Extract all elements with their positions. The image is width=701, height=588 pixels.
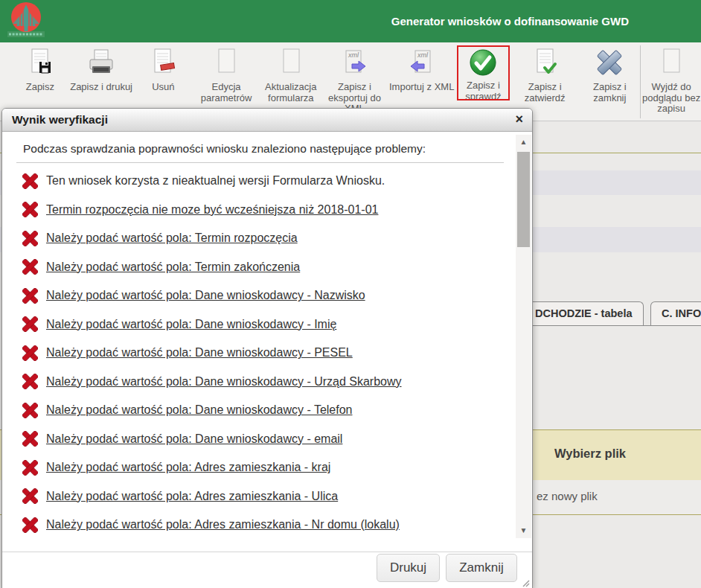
error-x-icon bbox=[22, 431, 38, 447]
error-item: Należy podać wartość pola: Termin rozpoc… bbox=[2, 224, 532, 253]
error-x-icon bbox=[22, 288, 38, 304]
document-icon bbox=[274, 47, 308, 81]
error-item: Należy podać wartość pola: Dane wnioskod… bbox=[2, 310, 532, 339]
delete-icon bbox=[146, 47, 180, 81]
toolbar-button-label: Usuń bbox=[152, 82, 174, 93]
error-text: Ten wniosek korzysta z nieaktualnej wers… bbox=[46, 174, 385, 188]
toolbar-button-label: Zapisz i zamknij bbox=[580, 82, 640, 103]
toolbar-button-label: Aktualizacja formularza bbox=[259, 82, 323, 103]
error-link[interactable]: Należy podać wartość pola: Dane wnioskod… bbox=[46, 346, 353, 359]
print-icon bbox=[84, 47, 118, 81]
dialog-separator bbox=[16, 162, 504, 163]
error-item: Należy podać wartość pola: Adres zamiesz… bbox=[2, 511, 532, 540]
error-link[interactable]: Należy podać wartość pola: Dane wnioskod… bbox=[46, 318, 336, 331]
error-list: Ten wniosek korzysta z nieaktualnej wers… bbox=[2, 167, 532, 540]
error-x-icon bbox=[22, 231, 38, 246]
toolbar-button-label: Zapisz i sprawdź bbox=[459, 80, 508, 100]
error-x-icon bbox=[22, 488, 38, 504]
error-x-icon bbox=[22, 316, 38, 332]
dialog-scrollbar[interactable]: ▲ ▼ bbox=[516, 135, 531, 538]
error-item: Należy podać wartość pola: Dane wnioskod… bbox=[2, 339, 532, 368]
toolbar-button-label: Zapisz bbox=[26, 82, 54, 93]
app-header: Generator wniosków o dofinansowanie GWD bbox=[0, 0, 701, 42]
error-link[interactable]: Należy podać wartość pola: Dane wnioskod… bbox=[46, 289, 365, 302]
error-item: Termin rozpoczęcia nie moze być wcześnie… bbox=[2, 196, 532, 225]
nfosigw-logo bbox=[6, 1, 46, 39]
dialog-body: Podczas sprawdzania poprawności wniosku … bbox=[2, 132, 532, 540]
toolbar-button-zapisz-i-zamknij[interactable]: Zapisz i zamknij bbox=[580, 45, 640, 103]
toolbar-button-label: Zapisz i zatwierdź bbox=[510, 82, 580, 103]
error-x-icon bbox=[22, 173, 38, 189]
error-item: Ten wniosek korzysta z nieaktualnej wers… bbox=[2, 167, 532, 196]
error-link[interactable]: Należy podać wartość pola: Termin zakońc… bbox=[46, 261, 300, 274]
scroll-up-icon[interactable]: ▲ bbox=[516, 135, 531, 150]
xml-export-icon: xml bbox=[337, 47, 371, 81]
file-row-label: ez nowy plik bbox=[537, 490, 598, 502]
save-icon bbox=[23, 47, 57, 81]
error-link[interactable]: Należy podać wartość pola: Dane wnioskod… bbox=[46, 432, 342, 446]
verification-dialog: Wynik weryfikacji × Podczas sprawdzania … bbox=[1, 108, 533, 588]
toolbar-button-zapisz-eksportuj-xml[interactable]: xml Zapisz i eksportuj do XML bbox=[323, 45, 387, 115]
toolbar-button-wyjdz-do-podgladu[interactable]: Wyjdź do podglądu bez zapisu bbox=[641, 45, 701, 115]
close-button[interactable]: Zamknij bbox=[446, 554, 517, 582]
check-circle-icon bbox=[466, 47, 500, 80]
app-title: Generator wniosków o dofinansowanie GWD bbox=[391, 15, 629, 28]
toolbar-button-zapisz-i-drukuj[interactable]: Zapisz i drukuj bbox=[70, 45, 133, 93]
error-x-icon bbox=[22, 259, 38, 275]
error-item: Należy podać wartość pola: Termin zakońc… bbox=[2, 253, 532, 282]
toolbar-button-edycja-parametrow[interactable]: Edycja parametrów bbox=[193, 45, 259, 103]
toolbar-button-zapisz[interactable]: Zapisz bbox=[10, 45, 70, 93]
document-icon bbox=[209, 47, 243, 81]
close-x-icon bbox=[592, 47, 627, 81]
error-item: Należy podać wartość pola: Dane wnioskod… bbox=[2, 368, 532, 397]
close-icon[interactable]: × bbox=[512, 109, 526, 130]
toolbar-button-zapisz-i-sprawdz[interactable]: Zapisz i sprawdź bbox=[457, 45, 510, 100]
error-item: Należy podać wartość pola: Adres zamiesz… bbox=[2, 482, 532, 511]
svg-text:xml: xml bbox=[417, 51, 429, 59]
toolbar-button-zapisz-i-zatwierdz[interactable]: Zapisz i zatwierdź bbox=[510, 45, 580, 103]
svg-text:xml: xml bbox=[348, 51, 359, 59]
xml-import-icon: xml bbox=[405, 47, 439, 81]
toolbar-button-label: Importuj z XML bbox=[389, 82, 454, 93]
toolbar-button-importuj-xml[interactable]: xml Importuj z XML bbox=[386, 45, 457, 93]
error-link[interactable]: Należy podać wartość pola: Adres zamiesz… bbox=[46, 461, 330, 474]
error-x-icon bbox=[22, 517, 38, 533]
error-link[interactable]: Należy podać wartość pola: Dane wnioskod… bbox=[46, 375, 402, 389]
error-x-icon bbox=[22, 374, 38, 389]
app-window: DCHODZIE - tabela C. INFOR Wybierz plik … bbox=[0, 0, 701, 588]
toolbar-button-aktualizacja-formularza[interactable]: Aktualizacja formularza bbox=[259, 45, 323, 103]
error-link[interactable]: Należy podać wartość pola: Termin rozpoc… bbox=[46, 231, 298, 245]
error-item: Należy podać wartość pola: Adres zamiesz… bbox=[2, 453, 532, 482]
dialog-intro-text: Podczas sprawdzania poprawności wniosku … bbox=[23, 142, 532, 156]
approve-icon bbox=[528, 47, 562, 81]
error-x-icon bbox=[22, 202, 38, 217]
scrollbar-thumb[interactable] bbox=[517, 152, 530, 247]
error-item: Należy podać wartość pola: Dane wnioskod… bbox=[2, 281, 532, 310]
toolbar-button-label: Edycja parametrów bbox=[193, 82, 259, 103]
dialog-title: Wynik weryfikacji bbox=[12, 109, 108, 131]
error-x-icon bbox=[22, 345, 38, 361]
scroll-down-icon[interactable]: ▼ bbox=[516, 523, 531, 538]
document-icon bbox=[654, 47, 688, 81]
error-link[interactable]: Należy podać wartość pola: Dane wnioskod… bbox=[46, 403, 352, 417]
resize-handle-icon[interactable] bbox=[520, 577, 530, 587]
error-link[interactable]: Należy podać wartość pola: Adres zamiesz… bbox=[46, 490, 338, 503]
tab-c-informacje[interactable]: C. INFOR bbox=[650, 301, 701, 325]
error-item: Należy podać wartość pola: Dane wnioskod… bbox=[2, 425, 532, 454]
toolbar-button-label: Zapisz i drukuj bbox=[70, 82, 132, 93]
error-link[interactable]: Należy podać wartość pola: Adres zamiesz… bbox=[46, 518, 400, 531]
error-item: Należy podać wartość pola: Dane wnioskod… bbox=[2, 396, 532, 425]
error-link[interactable]: Termin rozpoczęcia nie moze być wcześnie… bbox=[46, 203, 378, 217]
dialog-titlebar[interactable]: Wynik weryfikacji × bbox=[2, 109, 532, 132]
error-x-icon bbox=[22, 460, 38, 476]
error-x-icon bbox=[22, 403, 38, 418]
toolbar-button-usun[interactable]: Usuń bbox=[132, 45, 193, 93]
print-button[interactable]: Drukuj bbox=[377, 554, 440, 582]
toolbar-divider bbox=[640, 45, 641, 118]
tab-dochodzie-tabela[interactable]: DCHODZIE - tabela bbox=[524, 301, 644, 325]
toolbar-button-label: Wyjdź do podglądu bez zapisu bbox=[641, 82, 701, 115]
choose-file-button[interactable]: Wybierz plik bbox=[554, 447, 626, 461]
dialog-footer-divider bbox=[2, 552, 532, 552]
